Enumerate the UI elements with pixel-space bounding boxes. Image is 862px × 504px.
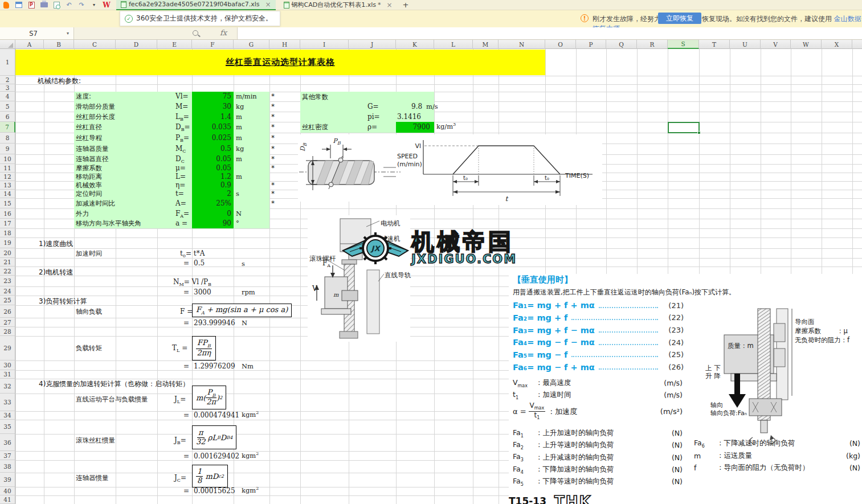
new-tab-button[interactable]: +: [403, 1, 409, 9]
row-header-28[interactable]: 28: [0, 327, 15, 336]
column-header-K[interactable]: K: [396, 40, 434, 49]
rho-unit: kg/m3: [436, 122, 456, 130]
insert-function-icon[interactable]: fx: [220, 28, 227, 37]
param-row: 丝杠部分长度LB=1.4m*: [0, 112, 296, 122]
close-icon[interactable]: ×: [265, 1, 271, 9]
row-header-33[interactable]: 33: [0, 394, 15, 411]
row-header-1[interactable]: 1: [0, 49, 15, 76]
print-preview-icon[interactable]: [51, 1, 62, 9]
row-header-30[interactable]: 30: [0, 360, 15, 370]
column-header-G[interactable]: G: [234, 40, 269, 49]
chevron-down-icon[interactable]: ▾: [67, 31, 69, 36]
jl-unit: kgm2: [242, 410, 259, 419]
row-header-19[interactable]: 19: [0, 237, 15, 248]
axial-load-label: 轴向负载: [76, 308, 102, 316]
row-header-18[interactable]: 18: [0, 228, 15, 237]
fill-handle[interactable]: [697, 131, 701, 134]
row-header-20[interactable]: 20: [0, 248, 15, 258]
row-header-40[interactable]: 40: [0, 487, 15, 495]
wps-logo-icon[interactable]: [1, 1, 11, 9]
column-header-P[interactable]: P: [576, 40, 606, 49]
row-header-34[interactable]: 34: [0, 411, 15, 420]
spreadsheet-app: P ↶ ↷ ▾ W fec6a2e923ade4505e07219f04bafa…: [0, 0, 862, 504]
formula-input[interactable]: [237, 27, 862, 39]
column-header-J[interactable]: J: [349, 40, 396, 49]
torque-lhs: TL =: [172, 344, 187, 353]
jb-eq: =: [183, 452, 189, 460]
column-header-I[interactable]: I: [300, 40, 349, 49]
formula-bar: S7 ▾ fx: [0, 27, 862, 40]
speed-time-chart: Vl SPEED (m/min) TIME(S) t₀ t₀ t: [396, 134, 601, 205]
column-header-R[interactable]: R: [637, 40, 668, 49]
column-header-F[interactable]: F: [192, 40, 234, 49]
undo-icon[interactable]: ↶: [64, 1, 74, 9]
row-header-38[interactable]: 38: [0, 460, 15, 473]
param-row: 摩擦系数μ=0.05*: [0, 164, 296, 173]
row-header-37[interactable]: 37: [0, 451, 15, 460]
column-header-T[interactable]: T: [699, 40, 730, 49]
row-header-29[interactable]: 29: [0, 336, 15, 360]
title-banner: 丝杠垂直运动选型计算表格: [15, 50, 545, 75]
definition-row: Vmax：最高速度(m/s): [513, 377, 683, 389]
cell-name-box[interactable]: S7 ▾: [0, 27, 74, 39]
jl-formula-box: m(PB2π)2: [192, 386, 226, 409]
row-header-31[interactable]: 31: [0, 370, 15, 379]
column-header-H[interactable]: H: [269, 40, 300, 49]
t0-unit: s: [242, 260, 245, 268]
column-header-W[interactable]: W: [791, 40, 822, 49]
writer-doc-icon[interactable]: W: [101, 1, 112, 9]
row-header-27[interactable]: 27: [0, 318, 15, 327]
row-header-39[interactable]: 39: [0, 473, 15, 487]
magnifier-icon[interactable]: [193, 30, 198, 36]
warning-icon: !: [581, 14, 589, 22]
param-row: 加减速时间比A=25%*: [0, 198, 296, 208]
select-all-corner[interactable]: [0, 40, 15, 49]
save-icon[interactable]: [14, 1, 24, 9]
close-icon[interactable]: ×: [387, 1, 393, 9]
jb-value: 0.001629402: [194, 452, 239, 460]
t0-value: 0.5: [194, 259, 205, 267]
selected-cell-S7[interactable]: [668, 122, 700, 133]
row-header-22[interactable]: 22: [0, 267, 15, 276]
column-header-L[interactable]: L: [434, 40, 473, 49]
row-header-21[interactable]: 21: [0, 258, 15, 267]
column-header-V[interactable]: V: [761, 40, 791, 49]
column-header-M[interactable]: M: [473, 40, 499, 49]
nm-value: 3000: [194, 288, 211, 296]
watermark-cn: 机械帝国: [411, 230, 517, 253]
toolbar-dropdown-icon[interactable]: ▾: [89, 1, 99, 9]
page-number: T15-13: [509, 495, 546, 504]
column-header-U[interactable]: U: [730, 40, 761, 49]
column-header-C[interactable]: C: [74, 40, 116, 49]
column-header-N[interactable]: N: [499, 40, 545, 49]
document-tab[interactable]: 钢构CAD自动优化下料表1.xls * ×: [279, 0, 397, 10]
recover-now-button[interactable]: 立即恢复: [658, 13, 701, 24]
row-header-35[interactable]: 35: [0, 420, 15, 434]
column-header-O[interactable]: O: [545, 40, 576, 49]
row-header-36[interactable]: 36: [0, 434, 15, 451]
column-header-D[interactable]: D: [116, 40, 157, 49]
rho-label: 丝杠密度: [302, 123, 328, 132]
fa-formula-row: Fa₃= mg + f − mα(23): [513, 323, 684, 335]
row-header-23[interactable]: 23: [0, 276, 15, 286]
redo-icon[interactable]: ↷: [76, 1, 87, 9]
row-header-2[interactable]: 2: [0, 76, 15, 84]
document-tab-active[interactable]: fec6a2e923ade4505e07219f04bafac7.xls ×: [116, 0, 276, 10]
column-header-B[interactable]: B: [44, 40, 74, 49]
vertical-use-title: 【垂直使用时】: [513, 274, 573, 285]
row-header-26[interactable]: 26: [0, 305, 15, 318]
row-header-3[interactable]: 3: [0, 84, 15, 92]
row-header-25[interactable]: 25: [0, 296, 15, 305]
column-header-A[interactable]: A: [15, 40, 44, 49]
shield-check-icon: ✓: [125, 15, 133, 23]
column-header-S[interactable]: S: [668, 40, 699, 49]
column-header-E[interactable]: E: [157, 40, 192, 49]
row-header-24[interactable]: 24: [0, 286, 15, 296]
row-header-32[interactable]: 32: [0, 379, 15, 394]
definition-row: t1：加速时间(m/s): [513, 389, 683, 401]
print-icon[interactable]: [39, 1, 49, 9]
row-header-41[interactable]: 41: [0, 495, 15, 504]
export-pdf-icon[interactable]: P: [26, 1, 36, 9]
column-header-Q[interactable]: Q: [606, 40, 637, 49]
column-header-X[interactable]: X: [822, 40, 852, 49]
